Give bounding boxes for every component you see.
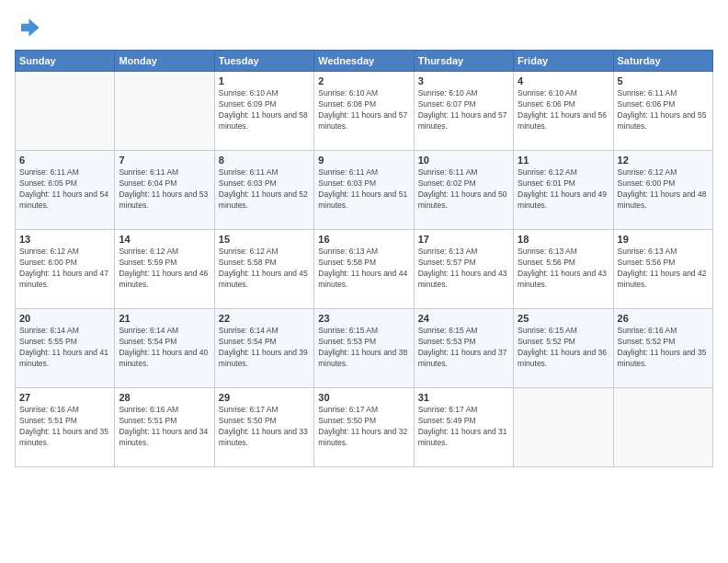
sunset-text: Sunset: 5:52 PM xyxy=(618,337,709,348)
day-number: 2 xyxy=(318,75,409,86)
day-number: 1 xyxy=(219,75,310,86)
sunset-text: Sunset: 5:54 PM xyxy=(219,337,310,348)
daylight-text: Daylight: 11 hours and 32 minutes. xyxy=(318,427,409,449)
sunset-text: Sunset: 5:49 PM xyxy=(418,416,509,427)
calendar-cell: 2Sunrise: 6:10 AMSunset: 6:08 PMDaylight… xyxy=(314,72,414,151)
weekday-header-monday: Monday xyxy=(115,51,214,72)
calendar-cell xyxy=(16,72,115,151)
day-number: 5 xyxy=(618,75,709,86)
day-number: 20 xyxy=(19,313,110,324)
day-info: Sunrise: 6:15 AMSunset: 5:53 PMDaylight:… xyxy=(418,326,509,370)
calendar-cell: 17Sunrise: 6:13 AMSunset: 5:57 PMDayligh… xyxy=(414,230,513,309)
day-number: 22 xyxy=(219,313,310,324)
daylight-text: Daylight: 11 hours and 41 minutes. xyxy=(19,348,110,370)
calendar-cell: 14Sunrise: 6:12 AMSunset: 5:59 PMDayligh… xyxy=(115,230,214,309)
sunrise-text: Sunrise: 6:11 AM xyxy=(618,88,709,99)
day-info: Sunrise: 6:14 AMSunset: 5:54 PMDaylight:… xyxy=(119,326,210,370)
sunrise-text: Sunrise: 6:15 AM xyxy=(418,326,509,337)
sunrise-text: Sunrise: 6:12 AM xyxy=(618,167,709,178)
sunrise-text: Sunrise: 6:11 AM xyxy=(219,167,310,178)
sunset-text: Sunset: 6:05 PM xyxy=(19,178,110,190)
calendar-cell: 22Sunrise: 6:14 AMSunset: 5:54 PMDayligh… xyxy=(214,309,313,388)
day-number: 12 xyxy=(618,155,709,166)
day-info: Sunrise: 6:15 AMSunset: 5:52 PMDaylight:… xyxy=(518,326,609,370)
sunset-text: Sunset: 6:00 PM xyxy=(19,258,110,269)
sunset-text: Sunset: 6:08 PM xyxy=(318,99,409,110)
page: SundayMondayTuesdayWednesdayThursdayFrid… xyxy=(0,0,728,563)
sunset-text: Sunset: 5:58 PM xyxy=(318,258,409,269)
calendar-cell: 27Sunrise: 6:16 AMSunset: 5:51 PMDayligh… xyxy=(16,388,115,467)
sunset-text: Sunset: 5:56 PM xyxy=(518,258,609,269)
calendar-cell: 1Sunrise: 6:10 AMSunset: 6:09 PMDaylight… xyxy=(214,72,313,151)
weekday-header-tuesday: Tuesday xyxy=(214,51,313,72)
sunrise-text: Sunrise: 6:13 AM xyxy=(518,247,609,258)
day-info: Sunrise: 6:10 AMSunset: 6:08 PMDaylight:… xyxy=(318,88,409,132)
sunset-text: Sunset: 6:06 PM xyxy=(518,99,609,110)
sunrise-text: Sunrise: 6:13 AM xyxy=(318,247,409,258)
day-number: 4 xyxy=(518,75,609,86)
day-info: Sunrise: 6:13 AMSunset: 5:57 PMDaylight:… xyxy=(418,247,509,291)
calendar-cell: 23Sunrise: 6:15 AMSunset: 5:53 PMDayligh… xyxy=(314,309,414,388)
calendar-cell: 11Sunrise: 6:12 AMSunset: 6:01 PMDayligh… xyxy=(514,151,613,230)
day-number: 9 xyxy=(318,155,409,166)
sunset-text: Sunset: 5:51 PM xyxy=(19,416,110,427)
sunrise-text: Sunrise: 6:11 AM xyxy=(318,167,409,178)
sunset-text: Sunset: 5:57 PM xyxy=(418,258,509,269)
sunrise-text: Sunrise: 6:17 AM xyxy=(219,405,310,416)
sunset-text: Sunset: 6:03 PM xyxy=(219,178,310,190)
sunset-text: Sunset: 5:59 PM xyxy=(119,258,210,269)
day-number: 29 xyxy=(219,392,310,403)
day-info: Sunrise: 6:12 AMSunset: 5:59 PMDaylight:… xyxy=(119,247,210,291)
daylight-text: Daylight: 11 hours and 38 minutes. xyxy=(318,348,409,370)
daylight-text: Daylight: 11 hours and 51 minutes. xyxy=(318,190,409,212)
day-number: 23 xyxy=(318,313,409,324)
day-info: Sunrise: 6:13 AMSunset: 5:58 PMDaylight:… xyxy=(318,247,409,291)
sunset-text: Sunset: 6:04 PM xyxy=(119,178,210,190)
week-row-2: 6Sunrise: 6:11 AMSunset: 6:05 PMDaylight… xyxy=(16,151,713,230)
calendar-cell: 24Sunrise: 6:15 AMSunset: 5:53 PMDayligh… xyxy=(414,309,513,388)
sunset-text: Sunset: 5:52 PM xyxy=(518,337,609,348)
day-number: 24 xyxy=(418,313,509,324)
daylight-text: Daylight: 11 hours and 35 minutes. xyxy=(19,427,110,449)
calendar-cell xyxy=(514,388,613,467)
calendar-cell: 26Sunrise: 6:16 AMSunset: 5:52 PMDayligh… xyxy=(613,309,712,388)
day-info: Sunrise: 6:16 AMSunset: 5:51 PMDaylight:… xyxy=(19,405,110,449)
daylight-text: Daylight: 11 hours and 48 minutes. xyxy=(618,190,709,212)
day-info: Sunrise: 6:17 AMSunset: 5:50 PMDaylight:… xyxy=(219,405,310,449)
sunrise-text: Sunrise: 6:12 AM xyxy=(518,167,609,178)
calendar-cell: 15Sunrise: 6:12 AMSunset: 5:58 PMDayligh… xyxy=(214,230,313,309)
day-info: Sunrise: 6:13 AMSunset: 5:56 PMDaylight:… xyxy=(618,247,709,291)
day-info: Sunrise: 6:12 AMSunset: 5:58 PMDaylight:… xyxy=(219,247,310,291)
day-info: Sunrise: 6:13 AMSunset: 5:56 PMDaylight:… xyxy=(518,247,609,291)
daylight-text: Daylight: 11 hours and 46 minutes. xyxy=(119,269,210,291)
sunrise-text: Sunrise: 6:12 AM xyxy=(219,247,310,258)
sunrise-text: Sunrise: 6:17 AM xyxy=(418,405,509,416)
day-number: 19 xyxy=(618,234,709,245)
calendar-cell: 5Sunrise: 6:11 AMSunset: 6:06 PMDaylight… xyxy=(613,72,712,151)
sunrise-text: Sunrise: 6:10 AM xyxy=(318,88,409,99)
calendar-cell: 3Sunrise: 6:10 AMSunset: 6:07 PMDaylight… xyxy=(414,72,513,151)
sunrise-text: Sunrise: 6:11 AM xyxy=(19,167,110,178)
calendar-cell: 18Sunrise: 6:13 AMSunset: 5:56 PMDayligh… xyxy=(514,230,613,309)
day-number: 18 xyxy=(518,234,609,245)
daylight-text: Daylight: 11 hours and 49 minutes. xyxy=(518,190,609,212)
sunset-text: Sunset: 5:56 PM xyxy=(618,258,709,269)
calendar-cell: 30Sunrise: 6:17 AMSunset: 5:50 PMDayligh… xyxy=(314,388,414,467)
sunrise-text: Sunrise: 6:15 AM xyxy=(518,326,609,337)
day-number: 27 xyxy=(19,392,110,403)
calendar-cell: 8Sunrise: 6:11 AMSunset: 6:03 PMDaylight… xyxy=(214,151,313,230)
sunrise-text: Sunrise: 6:14 AM xyxy=(219,326,310,337)
calendar-cell: 21Sunrise: 6:14 AMSunset: 5:54 PMDayligh… xyxy=(115,309,214,388)
sunrise-text: Sunrise: 6:11 AM xyxy=(418,167,509,178)
daylight-text: Daylight: 11 hours and 40 minutes. xyxy=(119,348,210,370)
weekday-header-wednesday: Wednesday xyxy=(314,51,414,72)
sunset-text: Sunset: 5:50 PM xyxy=(318,416,409,427)
sunrise-text: Sunrise: 6:11 AM xyxy=(119,167,210,178)
day-info: Sunrise: 6:15 AMSunset: 5:53 PMDaylight:… xyxy=(318,326,409,370)
day-info: Sunrise: 6:12 AMSunset: 6:00 PMDaylight:… xyxy=(618,167,709,212)
day-info: Sunrise: 6:12 AMSunset: 6:00 PMDaylight:… xyxy=(19,247,110,291)
daylight-text: Daylight: 11 hours and 56 minutes. xyxy=(518,110,609,132)
sunset-text: Sunset: 5:53 PM xyxy=(418,337,509,348)
calendar-cell: 16Sunrise: 6:13 AMSunset: 5:58 PMDayligh… xyxy=(314,230,414,309)
sunset-text: Sunset: 6:07 PM xyxy=(418,99,509,110)
